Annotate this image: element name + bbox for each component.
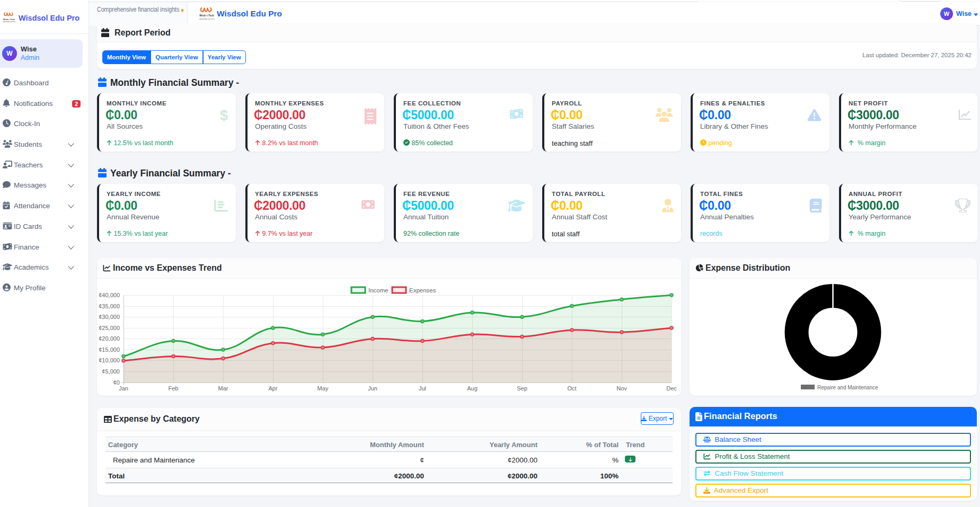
- svg-text:Nov: Nov: [616, 385, 627, 392]
- svg-text:¢10,000: ¢10,000: [99, 357, 120, 363]
- svg-text:Mar: Mar: [218, 385, 228, 392]
- svg-text:¢15,000: ¢15,000: [99, 346, 120, 353]
- svg-text:Jun: Jun: [368, 385, 377, 392]
- svg-text:May: May: [317, 385, 329, 392]
- svg-text:"we genuinely care for you": "we genuinely care for you": [199, 18, 215, 20]
- svg-text:Feb: Feb: [169, 385, 179, 392]
- svg-text:Jul: Jul: [419, 385, 426, 392]
- svg-text:Dec: Dec: [666, 385, 677, 392]
- svg-text:WisdsolTech: WisdsolTech: [3, 19, 15, 21]
- svg-text:¢5,000: ¢5,000: [102, 368, 120, 375]
- svg-text:Sep: Sep: [517, 385, 527, 392]
- svg-text:Oct: Oct: [567, 385, 576, 392]
- svg-text:Apr: Apr: [268, 385, 277, 392]
- svg-text:WisdsolTech: WisdsolTech: [199, 14, 214, 17]
- svg-text:Income: Income: [368, 287, 389, 293]
- svg-text:Repaire and Maintenance: Repaire and Maintenance: [817, 385, 878, 390]
- svg-text:¢25,000: ¢25,000: [99, 325, 120, 331]
- svg-text:¢40,000: ¢40,000: [99, 292, 120, 298]
- svg-text:"we genuinely care for you": "we genuinely care for you": [3, 21, 15, 23]
- svg-text:¢30,000: ¢30,000: [99, 314, 120, 320]
- svg-text:Jan: Jan: [119, 385, 128, 392]
- svg-text:¢20,000: ¢20,000: [99, 335, 120, 342]
- svg-text:Expenses: Expenses: [409, 287, 436, 293]
- svg-text:¢35,000: ¢35,000: [99, 303, 120, 309]
- svg-text:Aug: Aug: [467, 385, 478, 392]
